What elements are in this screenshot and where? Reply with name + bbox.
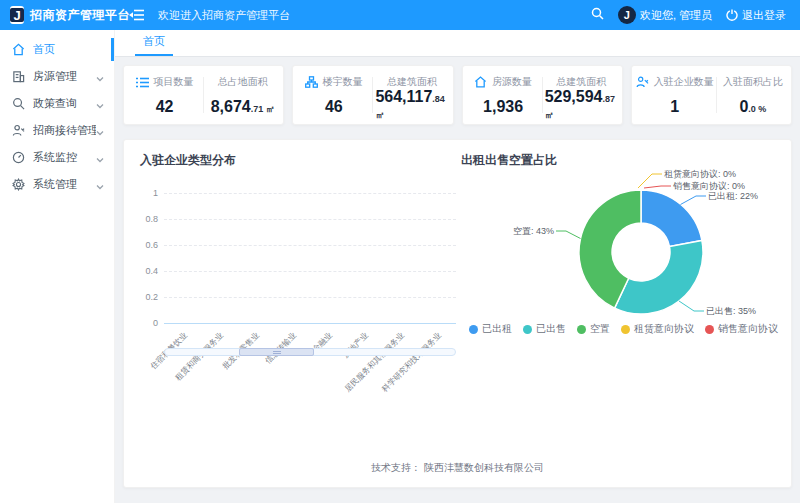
sidebar: 首页 房源管理 政策查询 招商接待管理 系统监控 系统管理 <box>0 30 115 503</box>
gauge-icon <box>12 151 25 164</box>
top-header: J 招商资产管理平台 欢迎进入招商资产管理平台 J 欢迎您, 管理员 退出登录 <box>0 0 800 30</box>
gridline <box>164 271 456 272</box>
stat-value: 46 <box>325 98 343 115</box>
gridline <box>164 219 456 220</box>
stat-card-buildings: 楼宇数量 46 总建筑面积 564,117.84 ㎡ <box>292 65 453 125</box>
stat-card-projects: 项目数量 42 总占地面积 8,674.71 ㎡ <box>123 65 284 125</box>
app-logo: J <box>10 6 24 24</box>
callout-rented: 已出租: 22% <box>708 191 758 201</box>
user-greeting[interactable]: J 欢迎您, 管理员 <box>618 6 712 24</box>
sidebar-item-label: 房源管理 <box>33 69 96 84</box>
chevron-down-icon <box>96 73 104 81</box>
stat-card-rooms: 房源数量 1,936 总建筑面积 529,594.87 ㎡ <box>462 65 623 125</box>
person-icon <box>12 124 25 137</box>
stat-value: 0 <box>739 98 748 115</box>
sidebar-item-label: 系统管理 <box>33 177 96 192</box>
y-tick: 0.4 <box>132 266 158 276</box>
legend-dot <box>705 325 714 334</box>
legend-item-sold[interactable]: 已出售 <box>523 322 566 336</box>
legend-item-vacant[interactable]: 空置 <box>577 322 610 336</box>
y-tick: 0.6 <box>132 240 158 250</box>
avatar: J <box>618 6 636 24</box>
sidebar-item-policy[interactable]: 政策查询 <box>0 90 114 117</box>
datazoom-slider-track[interactable] <box>164 348 456 356</box>
y-tick: 0.8 <box>132 214 158 224</box>
legend-item-rent-intent[interactable]: 租赁意向协议 <box>621 322 694 336</box>
stat-value: 564,117 <box>375 88 432 105</box>
legend-dot <box>523 325 532 334</box>
enterprise-icon <box>636 76 649 88</box>
footer-support-text: 技术支持： 陕西沣慧数创科技有限公司 <box>124 461 791 475</box>
logo-letter: J <box>10 8 24 22</box>
sitemap-icon <box>305 76 318 88</box>
power-icon <box>726 9 738 21</box>
charts-panel: 入驻企业类型分布 1 0.8 0.6 0.4 0.2 0 住宿和餐饮业 租赁和商… <box>123 139 792 488</box>
sidebar-item-label: 首页 <box>33 42 104 57</box>
stat-value: 42 <box>156 98 174 115</box>
y-tick: 0.2 <box>132 292 158 302</box>
legend-dot <box>469 325 478 334</box>
greeting-text: 欢迎您, 管理员 <box>640 8 712 23</box>
stat-cards-row: 项目数量 42 总占地面积 8,674.71 ㎡ 楼宇数量 46 总建筑面积 <box>123 65 792 125</box>
x-axis-line <box>164 323 456 324</box>
y-tick: 1 <box>132 188 158 198</box>
stat-label: 总建筑面积 <box>387 75 437 89</box>
stat-value: 1,936 <box>483 98 523 115</box>
sidebar-item-housing[interactable]: 房源管理 <box>0 63 114 90</box>
search-icon[interactable] <box>591 6 604 24</box>
search-icon <box>12 97 25 110</box>
stat-label: 总占地面积 <box>218 75 268 89</box>
stat-value: 529,594 <box>545 88 603 105</box>
list-icon <box>136 77 149 88</box>
datazoom-grip <box>273 351 281 354</box>
stat-label: 入驻企业数量 <box>654 75 714 89</box>
legend-dot <box>621 325 630 334</box>
chevron-down-icon <box>96 154 104 162</box>
gear-icon <box>12 178 25 191</box>
main-area: 首页 项目数量 42 总占地面积 8,674.71 ㎡ 楼宇数 <box>115 30 800 503</box>
chevron-down-icon <box>96 181 104 189</box>
callout-line-sold <box>679 301 704 311</box>
legend-item-sale-intent[interactable]: 销售意向协议 <box>705 322 778 336</box>
sidebar-item-settings[interactable]: 系统管理 <box>0 171 114 198</box>
stat-label: 楼宇数量 <box>323 75 363 89</box>
building-icon <box>12 70 25 83</box>
sidebar-item-home[interactable]: 首页 <box>0 36 114 63</box>
logout-button[interactable]: 退出登录 <box>726 8 786 23</box>
y-tick: 0 <box>132 318 158 328</box>
tab-bar: 首页 <box>115 30 800 57</box>
bar-chart-title: 入驻企业类型分布 <box>140 152 236 169</box>
sidebar-item-label: 政策查询 <box>33 96 96 111</box>
sidebar-item-reception[interactable]: 招商接待管理 <box>0 117 114 144</box>
welcome-text: 欢迎进入招商资产管理平台 <box>158 8 290 23</box>
app-title: 招商资产管理平台 <box>30 7 130 24</box>
stat-label: 房源数量 <box>492 75 532 89</box>
callout-sale-intent: 销售意向协议: 0% <box>673 181 745 191</box>
stat-value: 8,674 <box>211 98 251 115</box>
callout-rent-intent: 租赁意向协议: 0% <box>664 169 736 179</box>
datazoom-slider-window[interactable] <box>239 348 314 356</box>
pie-slice-rented[interactable] <box>641 190 702 247</box>
collapse-menu-icon[interactable] <box>129 9 144 21</box>
stat-label: 项目数量 <box>154 75 194 89</box>
callout-vacant: 空置: 43% <box>513 226 554 236</box>
sidebar-item-monitor[interactable]: 系统监控 <box>0 144 114 171</box>
donut-chart: 租赁意向协议: 0% 销售意向协议: 0% 已出租: 22% 已出售: 35% … <box>456 162 791 324</box>
tab-home[interactable]: 首页 <box>135 34 173 56</box>
legend-item-rented[interactable]: 已出租 <box>469 322 512 336</box>
stat-value: 1 <box>670 98 679 115</box>
chevron-down-icon <box>96 100 104 108</box>
home-icon <box>12 43 25 56</box>
callout-sold: 已出售: 35% <box>706 306 756 316</box>
logout-label: 退出登录 <box>742 8 786 23</box>
callout-line-sale-intent <box>644 186 671 188</box>
sidebar-item-label: 招商接待管理 <box>33 123 96 138</box>
gridline <box>164 245 456 246</box>
chevron-down-icon <box>96 127 104 135</box>
pie-legend: 已出租 已出售 空置 租赁意向协议 销售意向协议 <box>456 322 791 336</box>
legend-dot <box>577 325 586 334</box>
stat-label: 总建筑面积 <box>556 75 606 89</box>
callout-line-vacant <box>556 231 581 239</box>
brand: J 招商资产管理平台 <box>0 6 115 24</box>
home-icon <box>474 76 487 88</box>
